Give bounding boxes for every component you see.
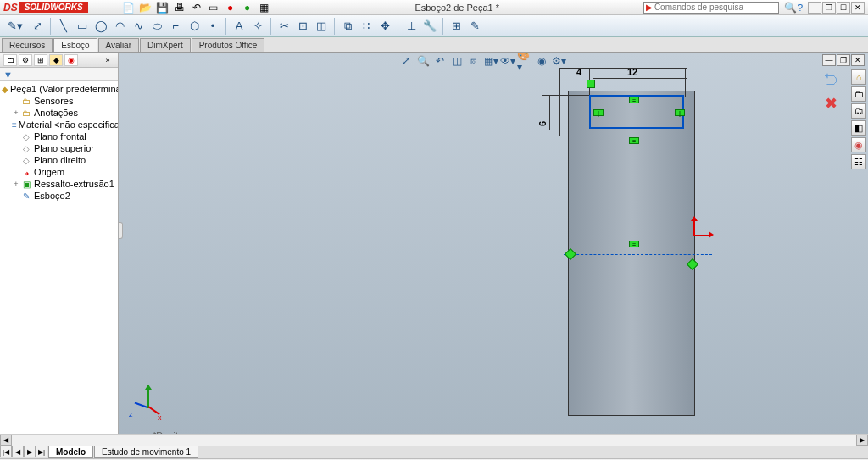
tree-ressalto[interactable]: +▣Ressalto-extrusão1 (0, 178, 118, 190)
mdi-minimize[interactable]: — (822, 54, 836, 66)
taskpane-view-icon[interactable]: ◧ (851, 120, 866, 136)
mdi-close[interactable]: ✕ (851, 54, 865, 66)
move-tool[interactable]: ✥ (376, 18, 393, 35)
taskpane-explorer-icon[interactable]: 🗂 (851, 103, 866, 119)
property-manager-tab[interactable]: ⚙ (19, 54, 32, 66)
tree-root[interactable]: ◆Peça1 (Valor predeterminado< (0, 83, 118, 95)
sketch-cancel-icon[interactable]: ✖ (819, 93, 843, 114)
tree-plano-superior[interactable]: ◇Plano superior (0, 142, 118, 154)
fillet-tool[interactable]: ⌐ (167, 18, 184, 35)
dimension-6[interactable]: 6 (537, 121, 548, 126)
tree-sensores[interactable]: 🗀Sensores (0, 95, 118, 107)
relation-horizontal-icon[interactable]: = (629, 137, 639, 144)
tree-plano-direito[interactable]: ◇Plano direito (0, 154, 118, 166)
taskpane-appearances-icon[interactable]: ◉ (851, 137, 866, 152)
config-manager-tab[interactable]: ⊞ (34, 54, 47, 66)
open-icon[interactable]: 📂 (139, 1, 153, 14)
offset-tool[interactable]: ◫ (313, 18, 330, 35)
relation-vertical-icon[interactable]: | (593, 109, 604, 116)
scroll-left-button[interactable]: ◀ (0, 435, 12, 446)
smart-dimension-button[interactable]: ⤢ (29, 18, 46, 35)
print-icon[interactable]: 🖶 (173, 1, 186, 14)
centerline[interactable] (564, 254, 712, 255)
circle-tool[interactable]: ◯ (92, 18, 109, 35)
hide-show-icon[interactable]: 👁▾ (500, 54, 515, 68)
relation-horizontal-icon[interactable]: = (629, 241, 639, 247)
polygon-tool[interactable]: ⬡ (186, 18, 203, 35)
scroll-track[interactable] (12, 435, 856, 446)
settings-icon[interactable]: ▦ (258, 1, 271, 14)
scrollbar-horizontal[interactable]: ◀ ▶ (0, 434, 868, 446)
rebuild-icon[interactable]: ● (224, 1, 237, 14)
relations-tool[interactable]: ⊥ (403, 18, 420, 35)
display-manager-tab[interactable]: ◉ (64, 54, 78, 66)
repair-sketch-tool[interactable]: 🔧 (421, 18, 438, 35)
relation-vertical-icon[interactable]: | (675, 109, 685, 116)
filter-icon[interactable]: ▼ (3, 69, 14, 80)
tab-avaliar[interactable]: Avaliar (98, 38, 139, 52)
linear-pattern-tool[interactable]: ∷ (358, 18, 375, 35)
ellipse-tool[interactable]: ⬭ (148, 18, 165, 35)
help-icon[interactable]: ? (798, 3, 803, 13)
tab-last-button[interactable]: ▶| (36, 446, 47, 457)
tree-esboco2[interactable]: ✎Esboço2 (0, 190, 118, 202)
save-icon[interactable]: 💾 (156, 1, 170, 14)
dimension-4[interactable]: 4 (576, 67, 581, 77)
plane-tool[interactable]: ✧ (249, 18, 266, 35)
trim-tool[interactable]: ✂ (275, 18, 292, 35)
tree-origem[interactable]: ↳Origem (0, 166, 118, 178)
convert-tool[interactable]: ⊡ (294, 18, 311, 35)
arc-tool[interactable]: ◠ (111, 18, 128, 35)
tab-next-button[interactable]: ▶ (24, 446, 36, 457)
tab-estudo-movimento[interactable]: Estudo de movimento 1 (94, 446, 198, 458)
line-tool[interactable]: ╲ (55, 18, 72, 35)
taskpane-properties-icon[interactable]: ☷ (851, 154, 866, 169)
scene-icon[interactable]: ◉ (534, 54, 549, 68)
tab-produtos[interactable]: Produtos Office (192, 38, 265, 52)
dimxpert-tab[interactable]: ◆ (49, 54, 63, 66)
search-icon[interactable]: 🔍 (784, 2, 798, 14)
tab-first-button[interactable]: |◀ (0, 446, 12, 457)
section-view-icon[interactable]: ◫ (449, 54, 465, 68)
spline-tool[interactable]: ∿ (130, 18, 147, 35)
tab-recursos[interactable]: Recursos (2, 38, 53, 52)
view-settings-icon[interactable]: ⚙▾ (551, 54, 566, 68)
feature-tree-tab[interactable]: 🗀 (3, 54, 17, 66)
taskpane-library-icon[interactable]: 🗀 (851, 86, 866, 102)
tab-modelo[interactable]: Modelo (48, 446, 93, 458)
prev-view-icon[interactable]: ↶ (432, 54, 448, 68)
point-tool[interactable]: • (204, 18, 221, 35)
tree-anotacoes[interactable]: +🗀Anotações (0, 107, 118, 119)
display-style-icon[interactable]: ▦▾ (483, 54, 498, 68)
sketch-exit-button[interactable]: ✎▾ (3, 18, 27, 35)
close-button[interactable]: ✕ (851, 2, 865, 14)
zoom-area-icon[interactable]: 🔍 (415, 54, 431, 68)
quick-snaps-tool[interactable]: ⊞ (448, 18, 465, 35)
tree-plano-frontal[interactable]: ◇Plano frontal (0, 130, 118, 142)
search-input[interactable] (654, 3, 776, 12)
scroll-right-button[interactable]: ▶ (856, 435, 868, 446)
tab-prev-button[interactable]: ◀ (12, 446, 24, 457)
maximize-button[interactable]: ☐ (837, 2, 850, 14)
tab-dimxpert[interactable]: DimXpert (140, 38, 191, 52)
new-icon[interactable]: 📄 (122, 1, 136, 14)
select-icon[interactable]: ▭ (207, 1, 220, 14)
mdi-restore[interactable]: ❐ (837, 54, 850, 66)
restore-button[interactable]: ❐ (822, 2, 836, 14)
text-tool[interactable]: A (231, 18, 248, 35)
graphics-area[interactable]: ⤢ 🔍 ↶ ◫ ⧇ ▦▾ 👁▾ 🎨▾ ◉ ⚙▾ — ❐ ✕ ⮌ ✖ ⌂ 🗀 🗂 … (119, 53, 868, 444)
tree-material[interactable]: ≡Material <não especificado (0, 119, 118, 130)
minimize-button[interactable]: — (808, 2, 821, 14)
sketch-endpoint[interactable] (587, 80, 595, 88)
tab-esboco[interactable]: Esboço (53, 38, 97, 52)
undo-icon[interactable]: ↶ (190, 1, 203, 14)
zoom-fit-icon[interactable]: ⤢ (398, 54, 414, 68)
rapid-sketch-tool[interactable]: ✎ (466, 18, 483, 35)
panel-splitter[interactable] (119, 222, 123, 239)
view-orientation-icon[interactable]: ⧇ (466, 54, 481, 68)
orientation-triad[interactable]: z x (132, 385, 166, 418)
search-box[interactable]: ▶ (643, 2, 779, 14)
panel-expand-icon[interactable]: » (101, 54, 114, 66)
rectangle-tool[interactable]: ▭ (74, 18, 91, 35)
taskpane-resources-icon[interactable]: ⌂ (851, 69, 866, 85)
